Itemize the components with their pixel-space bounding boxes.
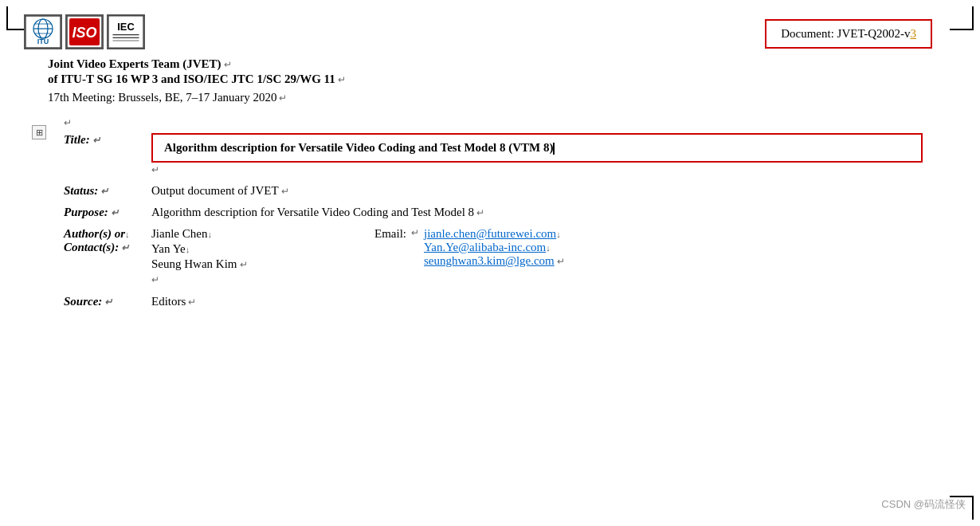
email3-line: seunghwan3.kim@lge.com ↵ (424, 254, 565, 268)
page-container: ITU ISO IEC (0, 0, 980, 526)
blank-line: ↵ (151, 273, 365, 287)
svg-text:ITU: ITU (37, 37, 49, 45)
meeting-info: 17th Meeting: Brussels, BE, 7–17 January… (48, 91, 276, 104)
author2-line: Yan Ye↓ (151, 242, 365, 256)
status-value: Output document of JVET ↵ (151, 180, 932, 202)
author1-name: Jianle Chen (151, 227, 207, 240)
table-move-handle[interactable]: ⊞ (32, 125, 46, 139)
title-value: Algorithm description for Versatile Vide… (151, 129, 932, 180)
source-row: Source: ↵ Editors ↵ (48, 291, 932, 312)
meeting-line: 17th Meeting: Brussels, BE, 7–17 January… (48, 91, 932, 104)
status-label: Status: ↵ (48, 180, 151, 202)
header-line-2: of ITU-T SG 16 WP 3 and ISO/IEC JTC 1/SC… (48, 73, 932, 86)
source-text: Editors (151, 295, 186, 308)
status-row: Status: ↵ Output document of JVET ↵ (48, 180, 932, 202)
iec-logo: IEC (107, 14, 145, 49)
source-value: Editors ↵ (151, 291, 932, 312)
author3-name: Seung Hwan Kim (151, 257, 237, 270)
top-area: ITU ISO IEC (0, 0, 980, 49)
title-label: Title: ↵ (48, 129, 151, 180)
email3[interactable]: seunghwan3.kim@lge.com (424, 254, 555, 267)
title-box: Algorithm description for Versatile Vide… (151, 133, 923, 163)
email-label: Email: (374, 227, 406, 241)
author-row: Author(s) or↓ Contact(s): ↵ Jianle Chen↓… (48, 223, 932, 291)
svg-text:IEC: IEC (117, 21, 134, 33)
author1-line: Jianle Chen↓ (151, 227, 365, 241)
main-content: Joint Video Experts Team (JVET) ↵ of ITU… (0, 49, 980, 312)
info-table-area: ⊞ ↵ Title: ↵ Algorithm description for V… (48, 116, 932, 312)
email1-line: jianle.chen@futurewei.com↓ (424, 227, 565, 241)
author-label-line2: Contact(s): (64, 241, 119, 253)
watermark: CSDN @码流怪侠 (881, 497, 966, 512)
email2-line: Yan.Ye@alibaba-inc.com↓ (424, 241, 565, 254)
logos: ITU ISO IEC (24, 14, 145, 49)
author2-name: Yan Ye (151, 242, 186, 255)
svg-text:ISO: ISO (72, 25, 96, 41)
source-label: Source: ↵ (48, 291, 151, 312)
purpose-row: Purpose: ↵ Algorithm description for Ver… (48, 202, 932, 223)
title-row: Title: ↵ Algorithm description for Versa… (48, 129, 932, 180)
email-row: Email: ↵ jianle.chen@futurewei.com↓ Yan.… (374, 227, 923, 268)
author-label-line1: Author(s) or (64, 227, 125, 240)
iso-logo: ISO (65, 14, 104, 49)
info-table: Title: ↵ Algorithm description for Versa… (48, 129, 932, 312)
itu-logo: ITU (24, 14, 62, 49)
org-detail: of ITU-T SG 16 WP 3 and ISO/IEC JTC 1/SC… (48, 73, 335, 85)
document-version: 3 (911, 27, 917, 40)
org-name: Joint Video Experts Team (JVET) (48, 57, 221, 70)
authors-label: Author(s) or↓ Contact(s): ↵ (48, 223, 151, 291)
email1[interactable]: jianle.chen@futurewei.com (424, 227, 556, 240)
text-cursor (553, 143, 555, 155)
purpose-value: Algorithm description for Versatile Vide… (151, 202, 932, 223)
document-box: Document: JVET-Q2002-v3 (765, 19, 932, 49)
authors-value: Jianle Chen↓ Yan Ye↓ Seung Hwan Kim ↵ ↵ (151, 223, 374, 291)
purpose-label: Purpose: ↵ (48, 202, 151, 223)
author3-line: Seung Hwan Kim ↵ (151, 257, 365, 271)
document-label: Document: JVET-Q2002-v (781, 27, 910, 40)
header-line-1: Joint Video Experts Team (JVET) ↵ (48, 57, 932, 71)
email-list: jianle.chen@futurewei.com↓ Yan.Ye@alibab… (424, 227, 565, 268)
email2[interactable]: Yan.Ye@alibaba-inc.com (424, 241, 546, 253)
email-value: Email: ↵ jianle.chen@futurewei.com↓ Yan.… (374, 223, 932, 291)
